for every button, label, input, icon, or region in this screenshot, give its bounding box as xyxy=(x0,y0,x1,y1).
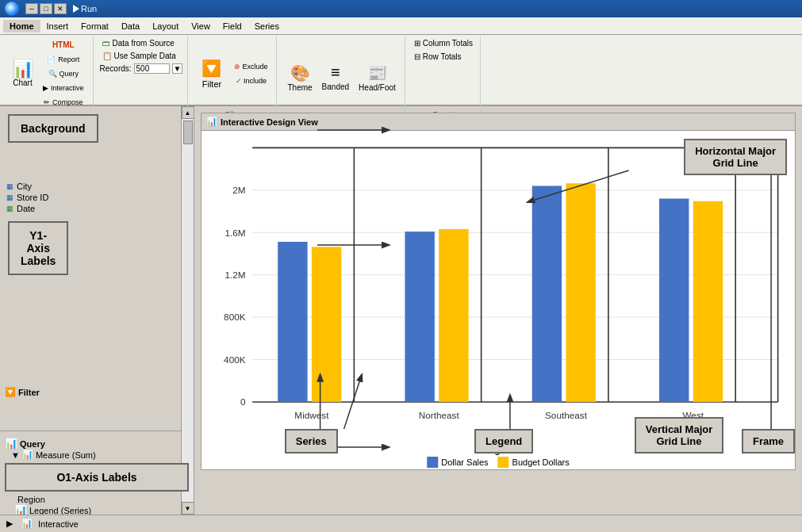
chart-title-bar: 📊 Interactive Design View xyxy=(201,113,795,131)
y1-axis-label-box: Y1-Axis Labels xyxy=(8,221,68,275)
scroll-track xyxy=(182,119,194,502)
legend-item-1: Dollar Sales xyxy=(427,457,488,468)
app-logo xyxy=(5,2,19,16)
report-button[interactable]: 📄 Report xyxy=(39,53,88,66)
banded-label: Banded xyxy=(322,82,349,91)
menu-field[interactable]: Field xyxy=(217,20,248,33)
row-totals-button[interactable]: ⊟ Row Totals xyxy=(412,52,464,62)
records-input[interactable] xyxy=(134,63,170,74)
scroll-down[interactable]: ▼ xyxy=(182,502,194,515)
chart-title-text: Interactive Design View xyxy=(221,117,318,127)
row-totals-label: Row Totals xyxy=(423,52,462,61)
storeid-icon: ▦ xyxy=(5,193,14,202)
svg-text:Midwest: Midwest xyxy=(294,410,329,420)
status-chart-icon: 📊 xyxy=(21,518,33,530)
banded-button[interactable]: ≡ Banded xyxy=(318,57,353,98)
use-sample-data-button[interactable]: 📋 Use Sample Data xyxy=(100,51,178,61)
theme-button[interactable]: 🎨 Theme xyxy=(283,57,316,98)
query-icon: 🔍 xyxy=(48,70,57,78)
include-button[interactable]: ✓ Include xyxy=(230,75,271,87)
col-totals-button[interactable]: ⊞ Column Totals xyxy=(412,38,475,48)
scroll-up[interactable]: ▲ xyxy=(182,106,194,119)
menu-home[interactable]: Home xyxy=(3,20,40,33)
filter-label: Filter xyxy=(202,79,221,89)
filter-funnel-icon: 🔽 xyxy=(5,387,16,397)
design-buttons: 🗃 Data from Source 📋 Use Sample Data Rec… xyxy=(100,38,183,109)
legend-items: Dollar Sales Budget Dollars xyxy=(427,457,569,468)
headfoot-button[interactable]: 📰 Head/Foot xyxy=(355,57,400,98)
horizontal-grid-line-annotation: Horizontal Major Grid Line xyxy=(684,139,787,175)
bar-west-2[interactable] xyxy=(693,201,723,402)
measure-item[interactable]: ▼ 📊 Measure (Sum) xyxy=(5,450,189,460)
col-totals-label: Column Totals xyxy=(423,39,473,48)
run-icon xyxy=(73,5,79,13)
data-from-source-button[interactable]: 🗃 Data from Source xyxy=(100,38,177,48)
banded-icon: ≡ xyxy=(331,63,340,82)
html-button[interactable]: HTML xyxy=(39,38,88,52)
city-icon: ▦ xyxy=(5,182,14,191)
ribbon: 📊 Chart HTML 📄 Report 🔍 Query xyxy=(0,35,802,106)
filter-button[interactable]: 🔽 Filter xyxy=(194,53,228,94)
legend-annotation: Legend xyxy=(474,429,533,454)
menu-bar: Home Insert Format Data Layout View Fiel… xyxy=(0,17,802,35)
query-section: 📊 Query ▼ 📊 Measure (Sum) O1-Axis Labels… xyxy=(0,434,194,515)
menu-format[interactable]: Format xyxy=(75,20,115,33)
region-label-text: Region xyxy=(17,495,45,504)
headfoot-icon: 📰 xyxy=(367,63,387,82)
close-button[interactable]: ✕ xyxy=(54,3,67,14)
menu-series[interactable]: Series xyxy=(248,20,286,33)
exclude-button[interactable]: ⊗ Exclude xyxy=(230,60,271,73)
query-label: Query xyxy=(59,70,79,78)
measure-icon: 📊 xyxy=(22,450,33,460)
chart-button[interactable]: 📊 Chart xyxy=(8,53,37,94)
run-button[interactable]: Run xyxy=(73,4,97,13)
bar-west-1[interactable] xyxy=(659,198,689,401)
region-item[interactable]: Region xyxy=(5,495,189,504)
menu-data[interactable]: Data xyxy=(115,20,146,33)
fields-section: ▦ City ▦ Store ID ▦ Date xyxy=(0,178,194,217)
title-bar-buttons: ─ □ ✕ xyxy=(25,3,67,14)
headfoot-label: Head/Foot xyxy=(359,83,396,92)
frame-annotation: Frame xyxy=(742,429,795,454)
bar-southeast-2[interactable] xyxy=(566,183,595,402)
status-arrow-icon: ▶ xyxy=(3,518,16,530)
vertical-grid-line-annotation: Vertical Major Grid Line xyxy=(635,417,724,454)
field-city[interactable]: ▦ City xyxy=(5,181,189,192)
field-storeid[interactable]: ▦ Store ID xyxy=(5,192,189,203)
datasource-icon: 🗃 xyxy=(102,39,110,48)
menu-view[interactable]: View xyxy=(185,20,217,33)
restore-button[interactable]: □ xyxy=(40,3,52,14)
chart-icon: 📊 xyxy=(12,60,33,78)
left-panel: Background ▦ City ▦ Store ID ▦ Date Y1-A… xyxy=(0,106,194,515)
report-icon: 📄 xyxy=(47,55,56,63)
left-panel-scrollbar[interactable]: ▲ ▼ xyxy=(181,106,194,515)
tree-toggle[interactable]: ▼ xyxy=(11,450,20,460)
menu-layout[interactable]: Layout xyxy=(146,20,185,33)
menu-insert[interactable]: Insert xyxy=(40,20,75,33)
interactive-icon: ▶ xyxy=(43,84,48,92)
date-icon: ▦ xyxy=(5,204,14,213)
bar-midwest-1[interactable] xyxy=(278,242,307,402)
legend-series-item[interactable]: 📊 Legend (Series) xyxy=(5,504,189,515)
interactive-button[interactable]: ▶ Interactive xyxy=(39,82,88,94)
svg-text:1.6M: 1.6M xyxy=(224,228,245,238)
filter-icon: 🔽 xyxy=(201,59,221,78)
theme-buttons: 🎨 Theme ≡ Banded 📰 Head/Foot xyxy=(283,38,399,117)
report-buttons: ⊞ Column Totals ⊟ Row Totals xyxy=(412,38,475,109)
format-small-btns: HTML 📄 Report 🔍 Query ▶ Interactive xyxy=(39,38,88,109)
filter-title: 🔽 Filter xyxy=(5,387,189,397)
records-dropdown[interactable]: ▼ xyxy=(172,63,183,74)
filter-buttons: 🔽 Filter ⊗ Exclude ✓ Include xyxy=(194,38,271,109)
legend-color-2 xyxy=(498,457,509,468)
bar-northeast-2[interactable] xyxy=(439,229,468,402)
field-date[interactable]: ▦ Date xyxy=(5,203,189,214)
minimize-button[interactable]: ─ xyxy=(25,3,38,14)
scroll-thumb[interactable] xyxy=(183,121,193,144)
sample-label: Use Sample Data xyxy=(114,52,176,60)
theme-icon: 🎨 xyxy=(290,63,310,82)
filter-subbtns: ⊗ Exclude ✓ Include xyxy=(230,60,271,87)
query-button[interactable]: 🔍 Query xyxy=(39,67,88,80)
bar-midwest-2[interactable] xyxy=(312,247,341,402)
bar-northeast-1[interactable] xyxy=(405,232,434,402)
bar-southeast-1[interactable] xyxy=(532,186,562,401)
